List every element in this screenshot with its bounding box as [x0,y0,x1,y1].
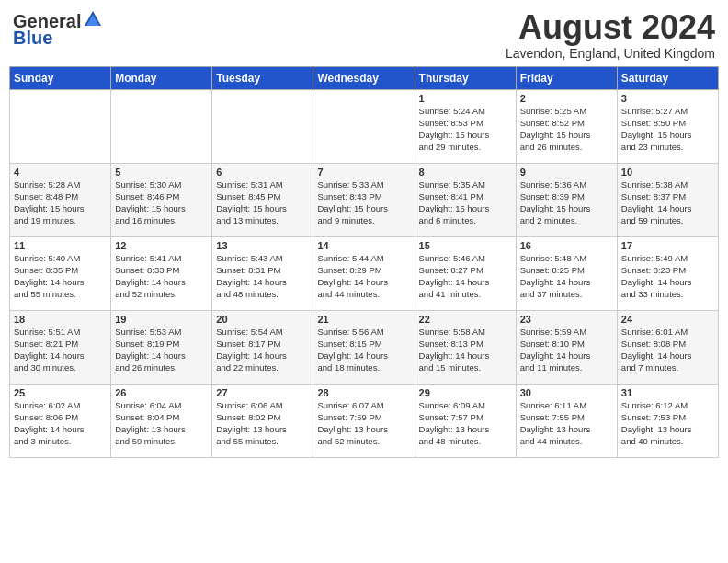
calendar-cell: 6Sunrise: 5:31 AM Sunset: 8:45 PM Daylig… [212,163,313,236]
calendar-week-row: 25Sunrise: 6:02 AM Sunset: 8:06 PM Dayli… [10,384,719,457]
calendar-cell: 19Sunrise: 5:53 AM Sunset: 8:19 PM Dayli… [111,310,212,384]
calendar-cell: 2Sunrise: 5:25 AM Sunset: 8:52 PM Daylig… [516,89,617,163]
calendar-cell: 5Sunrise: 5:30 AM Sunset: 8:46 PM Daylig… [111,163,212,236]
calendar-cell: 23Sunrise: 5:59 AM Sunset: 8:10 PM Dayli… [516,310,617,384]
day-number: 2 [520,93,613,104]
day-number: 29 [419,387,512,398]
day-info: Sunrise: 5:28 AM Sunset: 8:48 PM Dayligh… [14,178,107,227]
page-header: General Blue August 2024 Lavendon, Engla… [9,9,719,61]
day-info: Sunrise: 5:53 AM Sunset: 8:19 PM Dayligh… [115,326,208,374]
day-info: Sunrise: 6:12 AM Sunset: 7:53 PM Dayligh… [621,399,714,448]
logo-icon [83,9,103,33]
calendar-week-row: 11Sunrise: 5:40 AM Sunset: 8:35 PM Dayli… [10,236,719,310]
calendar-cell: 13Sunrise: 5:43 AM Sunset: 8:31 PM Dayli… [212,236,313,310]
calendar-cell: 27Sunrise: 6:06 AM Sunset: 8:02 PM Dayli… [212,384,313,457]
calendar-cell: 14Sunrise: 5:44 AM Sunset: 8:29 PM Dayli… [313,236,415,310]
day-info: Sunrise: 5:56 AM Sunset: 8:15 PM Dayligh… [317,326,410,374]
calendar-cell: 1Sunrise: 5:24 AM Sunset: 8:53 PM Daylig… [415,89,516,163]
day-number: 11 [14,240,107,251]
calendar-cell: 9Sunrise: 5:36 AM Sunset: 8:39 PM Daylig… [516,163,617,236]
day-number: 22 [419,314,512,325]
calendar-cell: 8Sunrise: 5:35 AM Sunset: 8:41 PM Daylig… [415,163,516,236]
day-info: Sunrise: 5:38 AM Sunset: 8:37 PM Dayligh… [621,178,714,227]
day-number: 17 [621,240,714,251]
day-info: Sunrise: 5:43 AM Sunset: 8:31 PM Dayligh… [216,252,309,301]
day-number: 21 [317,314,410,325]
day-number: 16 [520,240,613,251]
calendar-cell: 26Sunrise: 6:04 AM Sunset: 8:04 PM Dayli… [111,384,212,457]
location-subtitle: Lavendon, England, United Kingdom [506,46,715,61]
day-info: Sunrise: 5:30 AM Sunset: 8:46 PM Dayligh… [115,178,208,227]
title-block: August 2024 Lavendon, England, United Ki… [506,9,715,61]
day-number: 5 [115,167,208,178]
calendar-cell: 17Sunrise: 5:49 AM Sunset: 8:23 PM Dayli… [617,236,718,310]
calendar-cell: 4Sunrise: 5:28 AM Sunset: 8:48 PM Daylig… [10,163,111,236]
calendar-cell: 10Sunrise: 5:38 AM Sunset: 8:37 PM Dayli… [617,163,718,236]
calendar-cell: 21Sunrise: 5:56 AM Sunset: 8:15 PM Dayli… [313,310,415,384]
day-number: 26 [115,387,208,398]
weekday-header-friday: Friday [516,66,617,89]
day-info: Sunrise: 5:31 AM Sunset: 8:45 PM Dayligh… [216,178,309,227]
day-info: Sunrise: 6:06 AM Sunset: 8:02 PM Dayligh… [216,399,309,448]
weekday-header-sunday: Sunday [10,66,111,89]
day-number: 1 [419,93,512,104]
day-number: 9 [520,167,613,178]
day-number: 14 [317,240,410,251]
weekday-header-thursday: Thursday [415,66,516,89]
day-number: 18 [14,314,107,325]
calendar-cell: 15Sunrise: 5:46 AM Sunset: 8:27 PM Dayli… [415,236,516,310]
day-info: Sunrise: 5:49 AM Sunset: 8:23 PM Dayligh… [621,252,714,301]
day-info: Sunrise: 5:25 AM Sunset: 8:52 PM Dayligh… [520,105,613,154]
calendar-week-row: 1Sunrise: 5:24 AM Sunset: 8:53 PM Daylig… [10,89,719,163]
day-number: 23 [520,314,613,325]
day-number: 8 [419,167,512,178]
weekday-header-monday: Monday [111,66,212,89]
day-info: Sunrise: 6:01 AM Sunset: 8:08 PM Dayligh… [621,326,714,374]
weekday-header-wednesday: Wednesday [313,66,415,89]
logo: General Blue [13,9,103,49]
calendar-cell: 31Sunrise: 6:12 AM Sunset: 7:53 PM Dayli… [617,384,718,457]
calendar-cell: 16Sunrise: 5:48 AM Sunset: 8:25 PM Dayli… [516,236,617,310]
calendar-cell: 29Sunrise: 6:09 AM Sunset: 7:57 PM Dayli… [415,384,516,457]
day-info: Sunrise: 5:46 AM Sunset: 8:27 PM Dayligh… [419,252,512,301]
weekday-header-saturday: Saturday [617,66,718,89]
calendar-cell [212,89,313,163]
calendar-cell [10,89,111,163]
day-info: Sunrise: 5:59 AM Sunset: 8:10 PM Dayligh… [520,326,613,374]
day-info: Sunrise: 5:40 AM Sunset: 8:35 PM Dayligh… [14,252,107,301]
calendar-week-row: 4Sunrise: 5:28 AM Sunset: 8:48 PM Daylig… [10,163,719,236]
calendar-cell: 24Sunrise: 6:01 AM Sunset: 8:08 PM Dayli… [617,310,718,384]
day-info: Sunrise: 6:07 AM Sunset: 7:59 PM Dayligh… [317,399,410,448]
day-info: Sunrise: 6:11 AM Sunset: 7:55 PM Dayligh… [520,399,613,448]
calendar-week-row: 18Sunrise: 5:51 AM Sunset: 8:21 PM Dayli… [10,310,719,384]
day-number: 20 [216,314,309,325]
day-info: Sunrise: 5:51 AM Sunset: 8:21 PM Dayligh… [14,326,107,374]
calendar-cell: 22Sunrise: 5:58 AM Sunset: 8:13 PM Dayli… [415,310,516,384]
calendar-cell: 7Sunrise: 5:33 AM Sunset: 8:43 PM Daylig… [313,163,415,236]
day-info: Sunrise: 5:44 AM Sunset: 8:29 PM Dayligh… [317,252,410,301]
day-number: 10 [621,167,714,178]
day-number: 19 [115,314,208,325]
day-number: 27 [216,387,309,398]
day-info: Sunrise: 5:35 AM Sunset: 8:41 PM Dayligh… [419,178,512,227]
calendar-cell: 18Sunrise: 5:51 AM Sunset: 8:21 PM Dayli… [10,310,111,384]
month-title: August 2024 [506,9,715,46]
day-info: Sunrise: 5:48 AM Sunset: 8:25 PM Dayligh… [520,252,613,301]
day-info: Sunrise: 5:41 AM Sunset: 8:33 PM Dayligh… [115,252,208,301]
day-number: 31 [621,387,714,398]
day-number: 7 [317,167,410,178]
calendar-cell [111,89,212,163]
calendar-cell: 20Sunrise: 5:54 AM Sunset: 8:17 PM Dayli… [212,310,313,384]
day-info: Sunrise: 5:58 AM Sunset: 8:13 PM Dayligh… [419,326,512,374]
day-number: 28 [317,387,410,398]
calendar-cell: 30Sunrise: 6:11 AM Sunset: 7:55 PM Dayli… [516,384,617,457]
day-info: Sunrise: 5:54 AM Sunset: 8:17 PM Dayligh… [216,326,309,374]
day-info: Sunrise: 6:04 AM Sunset: 8:04 PM Dayligh… [115,399,208,448]
calendar-cell: 28Sunrise: 6:07 AM Sunset: 7:59 PM Dayli… [313,384,415,457]
day-number: 30 [520,387,613,398]
day-info: Sunrise: 5:33 AM Sunset: 8:43 PM Dayligh… [317,178,410,227]
day-number: 24 [621,314,714,325]
day-number: 6 [216,167,309,178]
weekday-header-row: SundayMondayTuesdayWednesdayThursdayFrid… [10,66,719,89]
day-number: 4 [14,167,107,178]
